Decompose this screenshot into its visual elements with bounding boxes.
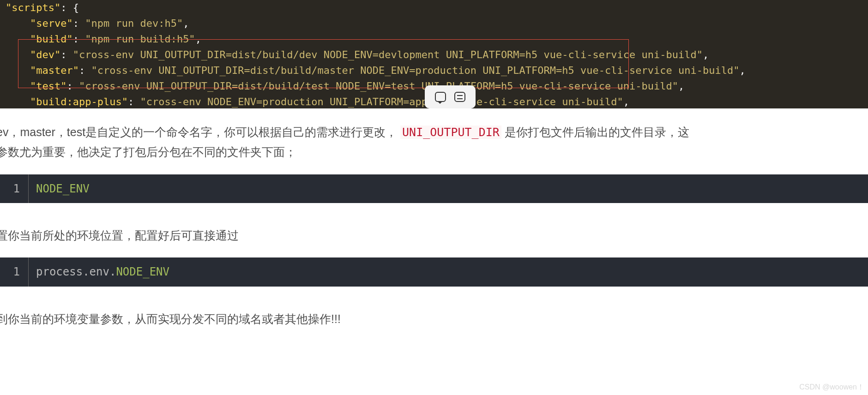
code-text: NODE_ENV	[36, 182, 90, 195]
code-green: NODE_ENV	[116, 265, 169, 278]
code-screenshot: "scripts": { "serve": "npm run dev:h5", …	[0, 0, 868, 108]
comment-icon	[435, 92, 446, 102]
line-number: 1	[0, 257, 29, 286]
paragraph-1: ev，master，test是自定义的一个命令名字，你可以根据自己的需求进行更改…	[0, 108, 868, 162]
code-block-1: 1 NODE_ENV	[0, 174, 868, 203]
para1-prefix: ev，master，test是自定义的一个命令名字，你可以根据自己的需求进行更改…	[0, 126, 397, 138]
paragraph-3: 到你当前的环境变量参数，从而实现分发不同的域名或者其他操作!!!	[0, 310, 868, 328]
notes-icon	[454, 92, 465, 102]
para1-suffix: 是你打包文件后输出的文件目录，这	[505, 126, 689, 138]
para1-line2: 参数尤为重要，他决定了打包后分包在不同的文件夹下面；	[0, 145, 296, 158]
line-number: 1	[0, 174, 29, 203]
paragraph-2: 置你当前所处的环境位置，配置好后可直接通过	[0, 226, 868, 245]
hover-popup[interactable]	[425, 85, 476, 108]
code-block-2: 1 process.env.NODE_ENV	[0, 257, 868, 286]
code-dim: process.env.	[36, 265, 116, 278]
inline-code-uni-output-dir: UNI_OUTPUT_DIR	[400, 126, 501, 139]
